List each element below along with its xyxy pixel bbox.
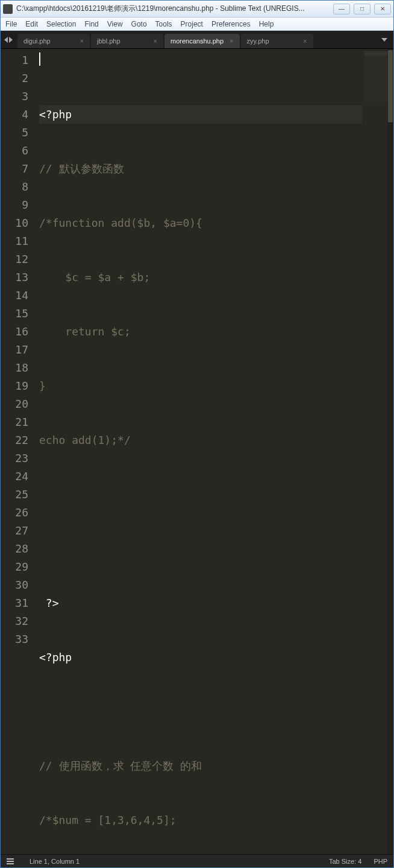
line-gutter: 1 2 3 4 5 6 7 8 9 10 11 12 13 14 15 16 1… xyxy=(1,49,34,854)
menu-bar: File Edit Selection Find View Goto Tools… xyxy=(1,17,393,31)
code-line: // 默认参数函数 xyxy=(39,160,362,178)
menu-file[interactable]: File xyxy=(5,20,17,28)
tab-label: morencanshu.php xyxy=(170,37,224,45)
menu-view[interactable]: View xyxy=(107,20,123,28)
menu-find[interactable]: Find xyxy=(84,20,98,28)
code-line: return $c; xyxy=(39,323,362,341)
status-cursor[interactable]: Line 1, Column 1 xyxy=(30,858,80,865)
code-line xyxy=(39,540,362,558)
line-number: 18 xyxy=(1,359,28,377)
tab-overflow[interactable] xyxy=(383,37,386,43)
tab-nav-left[interactable] xyxy=(4,37,13,43)
line-number: 9 xyxy=(1,196,28,214)
line-number: 28 xyxy=(1,540,28,558)
close-icon[interactable]: × xyxy=(80,37,84,45)
tab-digui[interactable]: digui.php × xyxy=(17,34,90,48)
close-icon[interactable]: × xyxy=(303,37,307,45)
line-number: 33 xyxy=(1,630,28,648)
line-number: 17 xyxy=(1,341,28,359)
status-language[interactable]: PHP xyxy=(374,858,387,865)
maximize-button[interactable]: □ xyxy=(354,4,371,14)
tab-jbbl[interactable]: jbbl.php × xyxy=(91,34,163,48)
line-number: 22 xyxy=(1,431,28,449)
code-line: } xyxy=(39,377,362,395)
line-number: 5 xyxy=(1,124,28,142)
line-number: 31 xyxy=(1,594,28,612)
menu-goto[interactable]: Goto xyxy=(131,20,147,28)
status-tabsize[interactable]: Tab Size: 4 xyxy=(329,858,361,865)
menu-selection[interactable]: Selection xyxy=(46,20,76,28)
tab-zyy[interactable]: zyy.php × xyxy=(241,34,313,48)
menu-edit[interactable]: Edit xyxy=(25,20,38,28)
menu-help[interactable]: Help xyxy=(259,20,274,28)
tab-label: zyy.php xyxy=(247,37,269,45)
line-number: 11 xyxy=(1,232,28,250)
line-number: 6 xyxy=(1,142,28,160)
code-line xyxy=(39,486,362,504)
line-number: 23 xyxy=(1,449,28,467)
line-number: 2 xyxy=(1,69,28,87)
code-line xyxy=(39,703,362,721)
tab-label: jbbl.php xyxy=(97,37,120,45)
code-line: <?php xyxy=(39,106,362,124)
tab-label: digui.php xyxy=(23,37,51,45)
line-number: 19 xyxy=(1,377,28,395)
line-number: 29 xyxy=(1,558,28,576)
tab-bar: digui.php × jbbl.php × morencanshu.php ×… xyxy=(1,31,393,49)
line-number: 7 xyxy=(1,160,28,178)
line-number: 20 xyxy=(1,395,28,413)
menu-tools[interactable]: Tools xyxy=(155,20,172,28)
line-number: 8 xyxy=(1,178,28,196)
menu-icon[interactable] xyxy=(7,858,14,864)
code-content[interactable]: <?php // 默认参数函数 /*function add($b, $a=0)… xyxy=(34,49,362,854)
line-number: 21 xyxy=(1,413,28,431)
window-titlebar: C:\xampp\htdocs\20161219\老师演示\1219\moren… xyxy=(1,1,393,17)
line-number: 16 xyxy=(1,323,28,341)
line-number: 4 xyxy=(1,106,28,124)
line-number: 25 xyxy=(1,486,28,504)
code-line: // 使用函数，求 任意个数 的和 xyxy=(39,757,362,775)
code-line: <?php xyxy=(39,648,362,667)
close-icon[interactable]: × xyxy=(154,37,157,45)
line-number: 24 xyxy=(1,467,28,486)
code-line: ?> xyxy=(39,594,362,612)
line-number: 15 xyxy=(1,305,28,323)
line-number: 14 xyxy=(1,287,28,305)
editor-area[interactable]: 1 2 3 4 5 6 7 8 9 10 11 12 13 14 15 16 1… xyxy=(1,49,393,854)
chevron-down-icon xyxy=(381,38,387,42)
window-controls: — □ ✕ xyxy=(333,4,391,14)
vertical-scrollbar[interactable] xyxy=(387,49,393,854)
line-number: 27 xyxy=(1,522,28,540)
line-number: 10 xyxy=(1,214,28,232)
code-line: /*function add($b, $a=0){ xyxy=(39,214,362,232)
status-bar: Line 1, Column 1 Tab Size: 4 PHP xyxy=(1,854,393,867)
text-cursor xyxy=(39,52,40,66)
scrollbar-thumb[interactable] xyxy=(388,50,393,122)
line-number: 1 xyxy=(1,51,28,69)
line-number: 12 xyxy=(1,250,28,268)
line-number: 13 xyxy=(1,268,28,287)
chevron-right-icon xyxy=(9,37,13,43)
code-line: $c = $a + $b; xyxy=(39,268,362,287)
menu-preferences[interactable]: Preferences xyxy=(211,20,251,28)
code-line: echo add(1);*/ xyxy=(39,431,362,449)
line-number: 3 xyxy=(1,87,28,106)
minimize-button[interactable]: — xyxy=(333,4,350,14)
chevron-left-icon xyxy=(4,37,8,43)
close-icon[interactable]: × xyxy=(230,37,233,45)
code-line: /*$num = [1,3,6,4,5]; xyxy=(39,811,362,829)
line-number: 26 xyxy=(1,504,28,522)
line-number: 32 xyxy=(1,612,28,630)
window-title: C:\xampp\htdocs\20161219\老师演示\1219\moren… xyxy=(16,4,333,14)
menu-project[interactable]: Project xyxy=(181,20,203,28)
close-button[interactable]: ✕ xyxy=(374,4,391,14)
line-number: 30 xyxy=(1,576,28,594)
app-icon xyxy=(3,4,13,14)
tab-morencanshu[interactable]: morencanshu.php × xyxy=(164,34,240,48)
